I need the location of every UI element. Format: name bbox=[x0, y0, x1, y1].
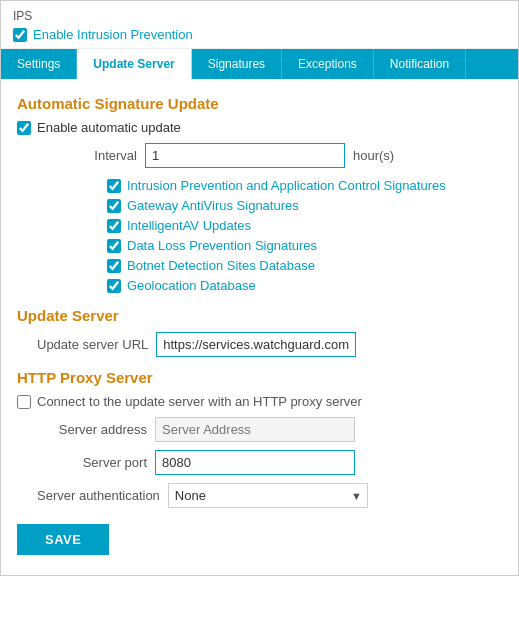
checkbox-geo-label[interactable]: Geolocation Database bbox=[127, 278, 256, 293]
header-section: IPS Enable Intrusion Prevention bbox=[1, 1, 518, 49]
checkbox-geo[interactable] bbox=[107, 279, 121, 293]
tab-exceptions[interactable]: Exceptions bbox=[282, 49, 374, 79]
auto-update-title: Automatic Signature Update bbox=[17, 95, 502, 112]
http-proxy-title: HTTP Proxy Server bbox=[17, 369, 502, 386]
save-btn-row: SAVE bbox=[17, 524, 502, 563]
http-enable-row: Connect to the update server with an HTT… bbox=[17, 394, 502, 409]
url-row: Update server URL bbox=[37, 332, 502, 357]
update-server-section: Update Server Update server URL bbox=[17, 307, 502, 357]
tab-signatures[interactable]: Signatures bbox=[192, 49, 282, 79]
server-address-input[interactable] bbox=[155, 417, 355, 442]
ips-label: IPS bbox=[13, 9, 506, 23]
checkbox-botnet[interactable] bbox=[107, 259, 121, 273]
check-row-intelligent-av: IntelligentAV Updates bbox=[107, 218, 502, 233]
checkbox-dlp-label[interactable]: Data Loss Prevention Signatures bbox=[127, 238, 317, 253]
tab-notification[interactable]: Notification bbox=[374, 49, 466, 79]
server-auth-row: Server authentication None Basic NTLM ▼ bbox=[37, 483, 502, 508]
http-proxy-section: HTTP Proxy Server Connect to the update … bbox=[17, 369, 502, 508]
enable-intrusion-row: Enable Intrusion Prevention bbox=[13, 27, 506, 42]
server-port-input[interactable] bbox=[155, 450, 355, 475]
check-row-botnet: Botnet Detection Sites Database bbox=[107, 258, 502, 273]
tabs-bar: Settings Update Server Signatures Except… bbox=[1, 49, 518, 79]
auto-update-section: Automatic Signature Update Enable automa… bbox=[17, 95, 502, 293]
tab-update-server[interactable]: Update Server bbox=[77, 49, 191, 79]
server-address-row: Server address bbox=[37, 417, 502, 442]
checkbox-ips-app-label[interactable]: Intrusion Prevention and Application Con… bbox=[127, 178, 446, 193]
interval-input[interactable] bbox=[145, 143, 345, 168]
enable-auto-update-label[interactable]: Enable automatic update bbox=[37, 120, 181, 135]
checkbox-gw-av[interactable] bbox=[107, 199, 121, 213]
signature-checkboxes: Intrusion Prevention and Application Con… bbox=[107, 178, 502, 293]
check-row-ips: Intrusion Prevention and Application Con… bbox=[107, 178, 502, 193]
checkbox-ips-app[interactable] bbox=[107, 179, 121, 193]
checkbox-gw-av-label[interactable]: Gateway AntiVirus Signatures bbox=[127, 198, 299, 213]
auth-select-wrapper: None Basic NTLM ▼ bbox=[168, 483, 368, 508]
hours-label: hour(s) bbox=[353, 148, 394, 163]
url-input[interactable] bbox=[156, 332, 356, 357]
checkbox-botnet-label[interactable]: Botnet Detection Sites Database bbox=[127, 258, 315, 273]
interval-row: Interval hour(s) bbox=[77, 143, 502, 168]
server-address-label: Server address bbox=[37, 422, 147, 437]
url-label: Update server URL bbox=[37, 337, 148, 352]
enable-auto-update-checkbox[interactable] bbox=[17, 121, 31, 135]
server-auth-select[interactable]: None Basic NTLM bbox=[168, 483, 368, 508]
enable-http-proxy-label[interactable]: Connect to the update server with an HTT… bbox=[37, 394, 362, 409]
save-button[interactable]: SAVE bbox=[17, 524, 109, 555]
enable-http-proxy-checkbox[interactable] bbox=[17, 395, 31, 409]
enable-ips-label[interactable]: Enable Intrusion Prevention bbox=[33, 27, 193, 42]
content-area: Automatic Signature Update Enable automa… bbox=[1, 79, 518, 575]
server-port-row: Server port bbox=[37, 450, 502, 475]
server-port-label: Server port bbox=[37, 455, 147, 470]
tab-settings[interactable]: Settings bbox=[1, 49, 77, 79]
update-server-title: Update Server bbox=[17, 307, 502, 324]
checkbox-intelligent-av[interactable] bbox=[107, 219, 121, 233]
check-row-geo: Geolocation Database bbox=[107, 278, 502, 293]
server-auth-label: Server authentication bbox=[37, 488, 160, 503]
enable-ips-checkbox[interactable] bbox=[13, 28, 27, 42]
check-row-dlp: Data Loss Prevention Signatures bbox=[107, 238, 502, 253]
checkbox-intelligent-av-label[interactable]: IntelligentAV Updates bbox=[127, 218, 251, 233]
checkbox-dlp[interactable] bbox=[107, 239, 121, 253]
check-row-gw-av: Gateway AntiVirus Signatures bbox=[107, 198, 502, 213]
interval-label: Interval bbox=[77, 148, 137, 163]
main-panel: IPS Enable Intrusion Prevention Settings… bbox=[0, 0, 519, 576]
enable-auto-row: Enable automatic update bbox=[17, 120, 502, 135]
